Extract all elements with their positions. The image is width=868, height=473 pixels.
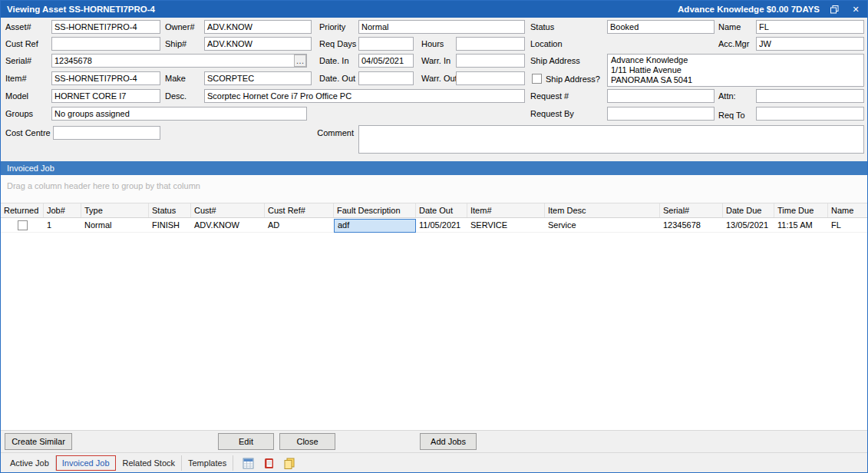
column-header-serial[interactable]: Serial# bbox=[660, 203, 723, 217]
tab-bar-icons bbox=[241, 456, 296, 470]
cell-time-due[interactable]: 11:15 AM bbox=[774, 219, 828, 233]
date-in-input[interactable] bbox=[358, 54, 414, 68]
cell-status[interactable]: FINISH bbox=[149, 219, 191, 233]
cell-date-out[interactable]: 11/05/2021 bbox=[416, 219, 467, 233]
column-header-item[interactable]: Item# bbox=[467, 203, 545, 217]
titlebar-right: Advance Knowledge $0.00 7DAYS ✕ bbox=[678, 3, 863, 15]
tab-related-stock[interactable]: Related Stock bbox=[117, 455, 182, 471]
priority-label: Priority bbox=[319, 20, 345, 34]
asset-viewer-window: Viewing Asset SS-HORNETI7PRO-4 Advance K… bbox=[0, 0, 868, 473]
model-input[interactable] bbox=[51, 89, 160, 103]
req-to-label: Req To bbox=[718, 108, 745, 122]
bottom-tab-bar: Active Job Invoiced Job Related Stock Te… bbox=[1, 452, 867, 473]
add-jobs-button[interactable]: Add Jobs bbox=[420, 433, 477, 450]
asset-input[interactable] bbox=[51, 20, 160, 34]
cust-ref-input[interactable] bbox=[51, 37, 160, 51]
returned-checkbox[interactable] bbox=[18, 220, 28, 230]
report-icon[interactable] bbox=[262, 456, 276, 470]
asset-label: Asset# bbox=[5, 20, 31, 34]
serial-lookup-button[interactable]: … bbox=[294, 55, 306, 67]
owner-input[interactable] bbox=[204, 20, 312, 34]
ship-input[interactable] bbox=[204, 37, 312, 51]
tab-templates[interactable]: Templates bbox=[182, 455, 233, 471]
date-out-input[interactable] bbox=[358, 71, 414, 85]
comment-box[interactable] bbox=[358, 125, 864, 154]
cell-cust[interactable]: ADV.KNOW bbox=[191, 219, 265, 233]
close-icon[interactable]: ✕ bbox=[849, 3, 863, 15]
cell-item-desc[interactable]: Service bbox=[545, 219, 660, 233]
group-by-panel[interactable]: Drag a column header here to group by th… bbox=[1, 175, 867, 203]
req-to-input[interactable] bbox=[756, 107, 864, 121]
groups-label: Groups bbox=[5, 107, 33, 121]
date-in-label: Date. In bbox=[319, 54, 349, 68]
name-input[interactable] bbox=[756, 20, 864, 34]
ship-address-box[interactable]: Advance Knowledge 1/11 Hattie Avenue PAN… bbox=[607, 54, 864, 87]
acc-mgr-input[interactable] bbox=[756, 37, 864, 51]
column-header-status[interactable]: Status bbox=[149, 203, 191, 217]
column-header-cust[interactable]: Cust# bbox=[191, 203, 265, 217]
ship-label: Ship# bbox=[165, 37, 186, 51]
section-title: Invoiced Job bbox=[7, 164, 54, 173]
cost-centre-input[interactable] bbox=[53, 126, 160, 140]
cell-cust-ref[interactable]: AD bbox=[265, 219, 334, 233]
request-by-input[interactable] bbox=[607, 107, 715, 121]
restore-icon[interactable] bbox=[827, 3, 841, 15]
section-bar-invoiced-job: Invoiced Job bbox=[1, 161, 867, 175]
req-days-input[interactable] bbox=[358, 37, 414, 51]
ship-address-checkbox[interactable] bbox=[532, 74, 542, 84]
column-header-date-out[interactable]: Date Out bbox=[416, 203, 467, 217]
table-row[interactable]: 1 Normal FINISH ADV.KNOW AD adf 11/05/20… bbox=[1, 219, 867, 233]
status-input[interactable] bbox=[607, 20, 715, 34]
attn-input[interactable] bbox=[756, 89, 864, 103]
column-header-item-desc[interactable]: Item Desc bbox=[545, 203, 660, 217]
cell-fault-description[interactable]: adf bbox=[334, 219, 416, 233]
item-label: Item# bbox=[5, 71, 27, 85]
edit-button[interactable]: Edit bbox=[218, 433, 274, 450]
grid-icon[interactable] bbox=[241, 456, 255, 470]
name-label: Name bbox=[718, 20, 741, 34]
serial-input[interactable] bbox=[51, 54, 307, 68]
column-header-date-due[interactable]: Date Due bbox=[723, 203, 774, 217]
cell-serial[interactable]: 12345678 bbox=[660, 219, 723, 233]
desc-label: Desc. bbox=[165, 89, 186, 103]
column-header-type[interactable]: Type bbox=[81, 203, 149, 217]
ship-address-label: Ship Address bbox=[530, 54, 580, 68]
desc-input[interactable] bbox=[204, 89, 525, 103]
hours-input[interactable] bbox=[456, 37, 525, 51]
account-summary: Advance Knowledge $0.00 7DAYS bbox=[678, 5, 820, 14]
attn-label: Attn: bbox=[718, 89, 736, 103]
warr-out-label: Warr. Out bbox=[421, 71, 457, 85]
req-days-label: Req Days bbox=[319, 37, 356, 51]
copy-icon[interactable] bbox=[282, 456, 296, 470]
cell-type[interactable]: Normal bbox=[81, 219, 149, 233]
request-no-input[interactable] bbox=[607, 89, 715, 103]
warr-in-input[interactable] bbox=[456, 54, 525, 68]
column-header-cust-ref[interactable]: Cust Ref# bbox=[265, 203, 334, 217]
groups-input[interactable] bbox=[51, 107, 307, 121]
ship-address-check-label: Ship Address? bbox=[546, 72, 600, 86]
column-header-name[interactable]: Name bbox=[828, 203, 867, 217]
cell-date-due[interactable]: 13/05/2021 bbox=[723, 219, 774, 233]
column-header-fault-description[interactable]: Fault Description bbox=[334, 203, 416, 217]
comment-label: Comment bbox=[308, 126, 354, 140]
warr-out-input[interactable] bbox=[456, 71, 525, 85]
item-input[interactable] bbox=[51, 71, 160, 85]
cell-job[interactable]: 1 bbox=[44, 219, 81, 233]
tab-active-job[interactable]: Active Job bbox=[4, 455, 56, 471]
tab-invoiced-job[interactable]: Invoiced Job bbox=[56, 455, 116, 471]
close-button[interactable]: Close bbox=[279, 433, 335, 450]
request-no-label: Request # bbox=[530, 89, 569, 103]
grid-header-row: Returned Job# Type Status Cust# Cust Ref… bbox=[1, 203, 867, 218]
status-label: Status bbox=[530, 20, 554, 34]
cell-name[interactable]: FL bbox=[828, 219, 867, 233]
cust-ref-label: Cust Ref bbox=[5, 37, 38, 51]
create-similar-button[interactable]: Create Similar bbox=[5, 433, 72, 450]
priority-input[interactable] bbox=[358, 20, 525, 34]
cell-returned bbox=[1, 219, 44, 233]
column-header-returned[interactable]: Returned bbox=[1, 203, 44, 217]
column-header-job[interactable]: Job# bbox=[44, 203, 81, 217]
cell-item[interactable]: SERVICE bbox=[467, 219, 545, 233]
column-header-time-due[interactable]: Time Due bbox=[774, 203, 828, 217]
cost-centre-label: Cost Centre bbox=[5, 126, 51, 140]
make-input[interactable] bbox=[204, 71, 312, 85]
